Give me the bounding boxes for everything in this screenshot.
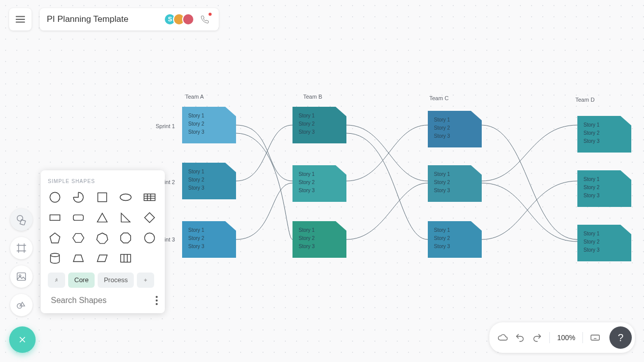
story-text: Story 1 bbox=[434, 170, 476, 178]
story-text: Story 2 bbox=[188, 120, 230, 128]
image-icon bbox=[16, 271, 27, 282]
redo-icon bbox=[532, 333, 542, 343]
shape-pentagon[interactable] bbox=[48, 231, 62, 245]
story-text: Story 1 bbox=[583, 175, 625, 184]
svg-rect-9 bbox=[74, 215, 84, 221]
story-card-c1[interactable]: Story 1 Story 2 Story 3 bbox=[428, 111, 482, 147]
collaborator-avatars[interactable]: S bbox=[164, 13, 194, 25]
title-bar: PI Planning Template S bbox=[40, 8, 219, 31]
close-icon bbox=[17, 335, 27, 345]
story-card-a1[interactable]: Story 1 Story 2 Story 3 bbox=[182, 107, 236, 143]
shapes-panel: SIMPLE SHAPES Core Process bbox=[41, 170, 165, 313]
story-text: Story 3 bbox=[299, 187, 340, 195]
story-text: Story 2 bbox=[299, 120, 340, 128]
shape-hexagon[interactable] bbox=[71, 231, 85, 245]
story-text: Story 3 bbox=[188, 128, 230, 136]
tab-process[interactable]: Process bbox=[98, 273, 134, 288]
story-card-a3[interactable]: Story 1 Story 2 Story 3 bbox=[182, 221, 236, 258]
undo-button[interactable] bbox=[515, 333, 525, 343]
menu-button[interactable] bbox=[9, 8, 32, 31]
story-text: Story 3 bbox=[583, 137, 625, 145]
keyboard-shortcuts-button[interactable] bbox=[590, 333, 600, 343]
cloud-sync-button[interactable] bbox=[497, 333, 508, 343]
story-text: Story 1 bbox=[583, 121, 625, 129]
story-text: Story 2 bbox=[299, 234, 340, 243]
story-text: Story 2 bbox=[434, 178, 476, 187]
bottom-toolbar: 100% ? bbox=[489, 322, 635, 353]
redo-button[interactable] bbox=[532, 333, 542, 343]
avatar[interactable] bbox=[182, 13, 194, 25]
story-text: Story 1 bbox=[188, 112, 230, 120]
add-tab-button[interactable] bbox=[137, 273, 154, 288]
svg-point-10 bbox=[144, 233, 155, 243]
story-text: Story 3 bbox=[434, 243, 476, 251]
story-card-d3[interactable]: Story 1 Story 2 Story 3 bbox=[577, 225, 631, 261]
story-card-b1[interactable]: Story 1 Story 2 Story 3 bbox=[292, 107, 346, 143]
shapes-panel-header: SIMPLE SHAPES bbox=[48, 178, 158, 184]
story-card-b3[interactable]: Story 1 Story 2 Story 3 bbox=[292, 221, 346, 258]
story-card-b2[interactable]: Story 1 Story 2 Story 3 bbox=[292, 165, 346, 202]
story-card-a2[interactable]: Story 1 Story 2 Story 3 bbox=[182, 163, 236, 199]
svg-point-11 bbox=[50, 253, 59, 257]
draw-tool-button[interactable] bbox=[10, 294, 33, 316]
shape-triangle[interactable] bbox=[95, 210, 109, 225]
shapes-palette-icon bbox=[16, 214, 27, 225]
story-card-d1[interactable]: Story 1 Story 2 Story 3 bbox=[577, 116, 631, 153]
story-card-d2[interactable]: Story 1 Story 2 Story 3 bbox=[577, 170, 631, 207]
story-text: Story 3 bbox=[583, 246, 625, 254]
story-card-c3[interactable]: Story 1 Story 2 Story 3 bbox=[428, 221, 482, 258]
pin-tab-button[interactable] bbox=[48, 273, 65, 288]
story-text: Story 3 bbox=[434, 132, 476, 140]
separator bbox=[582, 332, 583, 343]
shape-parallelogram[interactable] bbox=[95, 251, 109, 265]
close-panel-button[interactable] bbox=[9, 326, 36, 353]
undo-icon bbox=[515, 333, 525, 343]
shape-category-tabs: Core Process bbox=[48, 273, 158, 288]
story-text: Story 2 bbox=[188, 176, 230, 184]
pin-icon bbox=[54, 276, 59, 284]
shape-grid3[interactable] bbox=[119, 251, 133, 265]
shape-grid bbox=[48, 190, 158, 265]
shape-square[interactable] bbox=[95, 190, 109, 204]
shape-trapezoid[interactable] bbox=[71, 251, 85, 265]
image-tool-button[interactable] bbox=[10, 265, 33, 288]
story-text: Story 3 bbox=[188, 243, 230, 251]
menu-icon bbox=[15, 14, 26, 25]
document-title[interactable]: PI Planning Template bbox=[47, 14, 128, 24]
shape-octagon[interactable] bbox=[119, 231, 133, 245]
shape-heptagon[interactable] bbox=[95, 231, 109, 245]
help-button[interactable]: ? bbox=[609, 326, 632, 349]
svg-rect-7 bbox=[144, 194, 155, 201]
story-text: Story 1 bbox=[299, 170, 340, 178]
story-text: Story 2 bbox=[583, 184, 625, 192]
shape-ellipse[interactable] bbox=[119, 190, 133, 204]
shape-arc[interactable] bbox=[71, 190, 85, 204]
shape-right-triangle[interactable] bbox=[119, 210, 133, 225]
svg-rect-12 bbox=[121, 254, 131, 262]
more-options-button[interactable] bbox=[156, 296, 158, 305]
svg-rect-5 bbox=[98, 193, 106, 201]
shape-circle[interactable] bbox=[48, 190, 62, 204]
shape-diamond[interactable] bbox=[142, 210, 157, 225]
call-button[interactable] bbox=[198, 13, 212, 26]
frame-icon bbox=[16, 243, 27, 254]
frame-tool-button[interactable] bbox=[10, 237, 33, 259]
story-text: Story 2 bbox=[583, 238, 625, 246]
svg-point-6 bbox=[120, 194, 131, 201]
shape-search-input[interactable] bbox=[51, 296, 153, 305]
story-text: Story 1 bbox=[434, 116, 476, 124]
svg-rect-8 bbox=[50, 215, 60, 221]
tab-core[interactable]: Core bbox=[68, 273, 95, 288]
shape-rectangle[interactable] bbox=[48, 210, 62, 225]
shape-table[interactable] bbox=[142, 190, 157, 204]
shapes-tool-button[interactable] bbox=[10, 208, 33, 231]
shape-decagon[interactable] bbox=[142, 231, 157, 245]
story-card-c2[interactable]: Story 1 Story 2 Story 3 bbox=[428, 165, 482, 202]
svg-point-4 bbox=[50, 192, 60, 202]
shape-cylinder[interactable] bbox=[48, 251, 62, 265]
shape-rounded-rect[interactable] bbox=[71, 210, 85, 225]
story-text: Story 2 bbox=[583, 129, 625, 137]
keyboard-icon bbox=[590, 333, 600, 343]
svg-rect-14 bbox=[591, 335, 600, 340]
zoom-level[interactable]: 100% bbox=[557, 334, 575, 342]
